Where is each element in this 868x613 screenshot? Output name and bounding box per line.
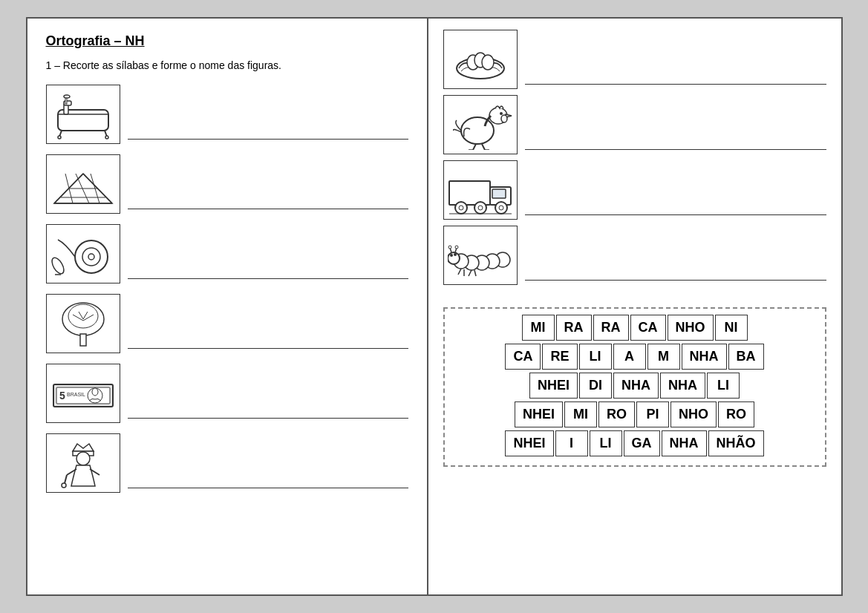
answer-line [525,280,826,281]
answer-line [525,214,826,216]
svg-point-47 [482,55,494,70]
svg-point-36 [92,388,98,396]
syllable-row: CA RE LI A M NHA BA [449,344,820,370]
svg-text:BRASIL: BRASIL [67,392,85,397]
svg-point-25 [68,304,98,328]
answer-line [128,139,408,140]
syllable-cell: RE [542,344,577,370]
syllable-cell: CA [505,344,541,370]
list-item [46,294,408,353]
answer-line [525,84,826,85]
right-panel: MI RA RA CA NHO NI CA RE LI A M NHA BA N… [428,19,841,594]
syllable-cell: I [555,430,588,456]
reel-image [46,224,120,283]
syllable-cell: NHEI [515,401,563,427]
svg-line-82 [474,270,476,276]
syllable-grid: MI RA RA CA NHO NI CA RE LI A M NHA BA N… [443,307,826,467]
caterpillar-image [443,226,518,285]
syllable-cell: RO [718,401,754,427]
syllable-cell: CA [630,315,666,341]
svg-text:5: 5 [59,390,65,401]
king-image [46,433,120,493]
syllable-cell: LI [579,344,612,370]
svg-point-77 [448,246,451,249]
syllable-cell: RO [598,401,635,427]
svg-line-53 [473,144,476,150]
svg-point-21 [88,254,94,260]
syllable-row: NHEI MI RO PI NHO RO [449,401,820,427]
svg-marker-37 [73,444,94,451]
list-item [46,154,408,214]
syllable-cell: NHO [670,401,717,427]
syllable-cell: LI [590,430,622,456]
answer-line [128,418,408,419]
svg-rect-57 [449,181,490,205]
chicken-image [443,95,518,154]
syllable-cell: LI [707,373,740,399]
svg-point-8 [58,136,61,139]
answer-line [525,149,826,151]
right-items-area [443,30,826,285]
svg-line-81 [469,270,471,276]
syllable-cell: MI [522,315,555,341]
syllable-row: NHEI DI NHA NHA LI [449,373,820,399]
svg-point-5 [64,95,70,98]
page: Ortografia – NH 1 – Recorte as sílabas e… [26,17,843,596]
syllable-cell: BA [728,344,764,370]
answer-line [128,278,408,280]
tiles-image [46,154,120,214]
list-item [46,224,408,283]
list-item [443,30,826,89]
answer-line [128,488,408,489]
list-item [443,226,826,285]
list-item [443,160,826,220]
syllable-cell: RA [556,315,592,341]
syllable-cell: NHO [668,315,714,341]
bathtub-image [46,85,120,144]
svg-point-22 [50,256,66,276]
svg-point-51 [500,112,503,115]
svg-point-65 [499,206,503,210]
syllable-cell: PI [636,401,669,427]
svg-point-61 [459,206,463,210]
svg-line-54 [482,144,485,150]
svg-point-78 [455,246,458,249]
list-item [46,85,408,144]
syllable-cell: M [647,344,680,370]
page-title: Ortografia – NH [46,33,408,49]
instruction-text: 1 – Recorte as sílabas e forme o nome da… [46,59,408,71]
syllable-cell: RA [593,315,629,341]
answer-line [128,348,408,350]
svg-point-72 [448,252,460,264]
svg-point-9 [105,136,108,139]
svg-point-52 [501,115,507,122]
syllable-cell: NHA [613,373,659,399]
svg-point-48 [461,117,494,144]
list-item: 5 BRASIL [46,364,408,423]
syllable-cell: NHA [682,344,727,370]
svg-line-79 [458,269,461,275]
syllable-cell: NHA [660,373,705,399]
tree-image [46,294,120,353]
syllable-row: NHEI I LI GA NHA NHÃO [449,430,820,456]
syllable-cell: NI [715,315,748,341]
syllable-cell: A [613,344,646,370]
money-image: 5 BRASIL [46,364,120,423]
svg-rect-59 [492,189,506,198]
list-item [443,95,826,154]
syllable-cell: NHÃO [708,430,764,456]
syllable-cell: DI [579,373,612,399]
nest-image [443,30,518,89]
left-panel: Ortografia – NH 1 – Recorte as sílabas e… [27,19,428,594]
svg-point-73 [450,254,453,257]
syllable-cell: NHA [662,430,707,456]
syllable-cell: NHEI [505,430,553,456]
svg-rect-26 [80,334,86,346]
syllable-cell: NHEI [529,373,578,399]
syllable-row: MI RA RA CA NHO NI [449,315,820,341]
syllable-cell: GA [624,430,660,456]
truck-image [443,160,518,220]
syllable-cell: MI [564,401,597,427]
svg-point-39 [76,452,90,465]
svg-point-43 [62,483,66,488]
